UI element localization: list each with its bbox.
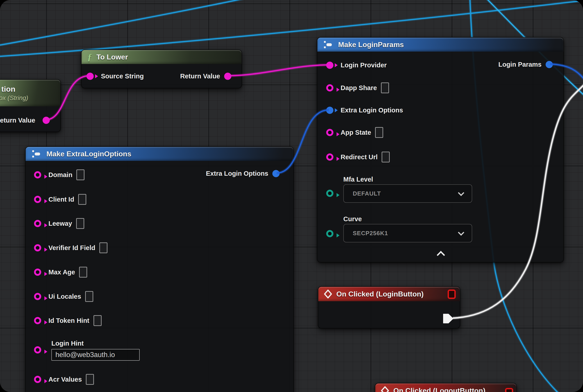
delegate-pin-icon[interactable] <box>505 388 513 392</box>
login-params-output-pin[interactable] <box>546 61 553 68</box>
id-token-hint-label: Id Token Hint <box>48 317 90 324</box>
app-state-label: App State <box>340 129 371 136</box>
source-string-label: Source String <box>101 72 144 80</box>
curve-pin[interactable] <box>326 230 334 237</box>
node-make-login-params[interactable]: Make LoginParams Login Provider Dapp Sha… <box>317 37 564 262</box>
extra-login-options-label: Extra Login Options <box>340 106 403 114</box>
event-icon <box>323 289 333 299</box>
node-mlp-header[interactable]: Make LoginParams <box>318 38 564 52</box>
delegate-pin-icon[interactable] <box>448 290 456 299</box>
verifier-id-field-value-box[interactable] <box>99 242 108 253</box>
client-id-label: Client Id <box>48 196 74 203</box>
node-to-lower-title: To Lower <box>96 53 128 61</box>
node-get-selected-option-partial[interactable]: tion ox (String) eturn Value <box>0 79 61 132</box>
acr-values-label: Acr Values <box>48 376 82 383</box>
chevron-down-icon <box>458 229 464 236</box>
make-struct-icon <box>323 40 334 49</box>
node-mlp-title: Make LoginParams <box>338 40 404 49</box>
redirect-url-value-box[interactable] <box>382 152 390 162</box>
app-state-value-box[interactable] <box>375 127 383 138</box>
acr-values-value-box[interactable] <box>86 374 94 385</box>
return-value-pin[interactable] <box>42 117 50 124</box>
dapp-share-label: Dapp Share <box>340 84 377 92</box>
ui-locales-value-box[interactable] <box>85 291 93 302</box>
make-struct-icon <box>32 150 42 158</box>
node-subtitle-fragment: ox (String) <box>0 94 28 102</box>
redirect-url-pin[interactable] <box>326 154 334 161</box>
mfa-level-label: Mfa Level <box>343 176 373 183</box>
extra-login-options-pin[interactable] <box>326 106 334 114</box>
wire-blue-top-left[interactable] <box>0 0 246 45</box>
node-to-lower-header[interactable]: ƒ To Lower <box>82 50 242 64</box>
node-melo-header[interactable]: Make ExtraLoginOptions <box>26 147 293 161</box>
ui-locales-label: Ui Locales <box>48 293 81 300</box>
node-ocl-header[interactable]: On Clicked (LoginButton) <box>318 287 460 301</box>
source-string-pin[interactable] <box>86 72 94 80</box>
id-token-hint-pin[interactable] <box>34 317 41 324</box>
curve-value: SECP256K1 <box>353 230 388 237</box>
client-id-value-box[interactable] <box>78 194 86 205</box>
exec-output-pin[interactable] <box>443 313 454 324</box>
verifier-id-field-pin[interactable] <box>34 244 41 252</box>
extra-login-options-output-label: Extra Login Options <box>206 170 268 177</box>
node-on-clicked-logout-button[interactable]: On Clicked (LogoutButton) <box>375 383 517 392</box>
login-provider-pin[interactable] <box>326 62 334 69</box>
domain-value-box[interactable] <box>76 170 84 180</box>
wire-blue-top-left-halo <box>0 0 246 45</box>
dapp-share-pin[interactable] <box>326 84 334 92</box>
node-oclo-header[interactable]: On Clicked (LogoutButton) <box>375 384 516 392</box>
wire-magenta-2-halo <box>228 65 329 76</box>
max-age-value-box[interactable] <box>79 267 87 278</box>
login-provider-label: Login Provider <box>340 62 387 69</box>
domain-label: Domain <box>48 171 72 179</box>
login-hint-pin[interactable] <box>34 346 41 354</box>
app-state-pin[interactable] <box>326 129 334 136</box>
node-oclo-title: On Clicked (LogoutButton) <box>393 386 486 392</box>
curve-dropdown[interactable]: SECP256K1 <box>343 224 472 242</box>
node-ocl-title: On Clicked (LoginButton) <box>336 290 424 298</box>
dapp-share-value-box[interactable] <box>381 82 389 93</box>
redirect-url-label: Redirect Url <box>340 154 378 161</box>
collapse-arrow-icon[interactable] <box>437 251 445 259</box>
ui-locales-pin[interactable] <box>34 293 41 300</box>
verifier-id-field-label: Verifier Id Field <box>48 244 95 252</box>
mfa-level-dropdown[interactable]: DEFAULT <box>343 184 472 203</box>
chevron-down-icon <box>458 190 464 196</box>
node-on-clicked-login-button[interactable]: On Clicked (LoginButton) <box>318 286 460 328</box>
node-to-lower[interactable]: ƒ To Lower Source String Return Value <box>81 50 242 88</box>
leeway-label: Leeway <box>48 220 72 227</box>
login-hint-value: hello@web3auth.io <box>56 351 115 359</box>
return-value-pin[interactable] <box>224 72 231 80</box>
node-title-fragment: tion <box>1 85 15 94</box>
login-params-output-label: Login Params <box>498 61 542 68</box>
login-hint-label: Login Hint <box>51 340 84 347</box>
event-icon <box>380 386 390 392</box>
domain-pin[interactable] <box>34 171 41 178</box>
wire-blue-top-left-core <box>0 0 246 45</box>
return-value-label: Return Value <box>180 72 220 80</box>
max-age-pin[interactable] <box>34 268 41 276</box>
mfa-level-value: DEFAULT <box>353 190 381 197</box>
node-melo-title: Make ExtraLoginOptions <box>46 150 131 158</box>
extra-login-options-output-pin[interactable] <box>272 170 280 177</box>
wire-to-lower-to-login-provider[interactable] <box>228 65 329 76</box>
id-token-hint-value-box[interactable] <box>94 315 102 326</box>
wire-magenta-2-core <box>228 65 329 76</box>
login-hint-input[interactable]: hello@web3auth.io <box>51 349 140 361</box>
function-icon: ƒ <box>88 52 92 62</box>
blueprint-graph-canvas[interactable]: tion ox (String) eturn Value ƒ To Lower … <box>0 0 583 392</box>
max-age-label: Max Age <box>48 268 75 276</box>
acr-values-pin[interactable] <box>34 376 41 383</box>
leeway-pin[interactable] <box>34 220 41 227</box>
return-value-label: eturn Value <box>0 117 35 124</box>
mfa-level-pin[interactable] <box>326 190 334 197</box>
curve-label: Curve <box>343 215 362 223</box>
client-id-pin[interactable] <box>34 196 41 203</box>
node-get-selected-option-header[interactable]: tion ox (String) <box>0 80 60 106</box>
leeway-value-box[interactable] <box>76 218 84 229</box>
node-make-extra-login-options[interactable]: Make ExtraLoginOptions Domain Client Id … <box>25 146 294 392</box>
